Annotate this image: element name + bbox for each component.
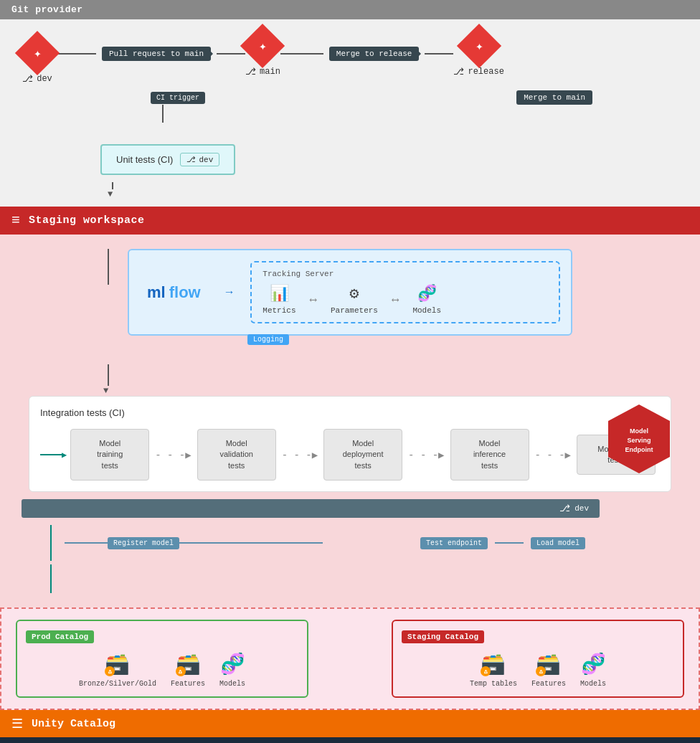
prod-models-item: 🧬 Models xyxy=(219,652,245,688)
model-serving-endpoint: Model Serving Endpoint xyxy=(607,403,671,475)
prod-features-item: 🗃️ Δ Features xyxy=(171,652,205,688)
git-provider-bar: Git provider xyxy=(0,0,700,19)
staging-workspace-header: ≡ Staging workspace xyxy=(0,207,700,235)
load-model-label: Load model xyxy=(531,537,585,549)
mlflow-logo: mlflow xyxy=(140,280,208,306)
dev-diamond: ✦ xyxy=(15,31,60,75)
main-branch-label: main xyxy=(260,67,280,77)
logging-badge: Logging xyxy=(247,334,289,345)
parameters-item: ⚙️ Parameters xyxy=(331,284,378,315)
svg-text:Model: Model xyxy=(630,427,648,435)
prod-catalog-title: Prod Catalog xyxy=(26,630,94,643)
models-item: 🧬 Models xyxy=(412,284,441,315)
integration-tests-box: Integration tests (CI) ▶ Modeltrainingte… xyxy=(29,396,671,492)
main-diamond: ✦ xyxy=(240,24,285,68)
test-endpoint-label: Test endpoint xyxy=(420,537,488,549)
staging-icon: ≡ xyxy=(11,212,20,229)
svg-text:Endpoint: Endpoint xyxy=(625,446,653,453)
pull-request-arrow: Pull request to main xyxy=(102,47,211,61)
unity-catalog-icon: ☰ xyxy=(11,716,23,732)
unit-tests-box: Unit tests (CI) ⎇ dev xyxy=(100,144,235,175)
staging-catalog-title: Staging Catalog xyxy=(402,630,484,643)
unit-tests-label: Unit tests (CI) xyxy=(116,154,173,165)
test-box-training: Modeltrainingtests xyxy=(70,429,149,481)
release-diamond: ✦ xyxy=(457,24,501,68)
git-provider-label: Git provider xyxy=(11,4,83,15)
arrow-2: - - -▶ xyxy=(282,449,318,461)
integration-tests-title: Integration tests (CI) xyxy=(40,407,660,418)
staging-workspace-label: Staging workspace xyxy=(29,214,145,227)
ci-trigger-label: CI trigger xyxy=(151,92,205,104)
arrow-1: - - -▶ xyxy=(155,449,191,461)
catalog-section: Prod Catalog 🗃️ Δ Bronze/Silver/Gold 🗃️ xyxy=(0,607,700,710)
staging-features-item: 🗃️ Δ Features xyxy=(531,652,566,688)
test-steps: Modeltrainingtests - - -▶ Modelvalidatio… xyxy=(70,429,656,481)
test-box-inference: Modelinferencetests xyxy=(450,429,529,481)
prod-catalog: Prod Catalog 🗃️ Δ Bronze/Silver/Gold 🗃️ xyxy=(16,620,308,698)
register-model-label: Register model xyxy=(108,537,179,549)
arrow-3: - - -▶ xyxy=(408,449,444,461)
staging-catalog: Staging Catalog 🗃️ Δ Temp tables 🗃️ xyxy=(392,620,684,698)
staging-content: Logging mlflow → Tracking Server xyxy=(0,235,700,607)
merge-to-release-arrow: Merge to release xyxy=(329,47,420,61)
test-box-deployment: Modeldeploymenttests xyxy=(323,429,402,481)
dev-branch-label: dev xyxy=(574,504,589,513)
lakehouse-bar: 〰️ Lakehouse xyxy=(0,737,700,743)
svg-text:Serving: Serving xyxy=(627,437,651,444)
unity-catalog-label: Unity Catalog xyxy=(32,718,115,730)
top-area: ✦ ⎇ dev Pull request to main ✦ xyxy=(0,19,700,207)
merge-to-main-label: Merge to main xyxy=(516,90,592,105)
tracking-server-box: Tracking Server 📊 Metrics ⟷ ⚙️ Parameter… xyxy=(250,261,560,323)
dev-branch-bar: ⎇ dev xyxy=(22,499,600,518)
tracking-server-title: Tracking Server xyxy=(262,270,548,278)
temp-tables-item: 🗃️ Δ Temp tables xyxy=(470,652,517,688)
arrow-4: - - -▶ xyxy=(535,449,571,461)
dev-branch-label: dev xyxy=(37,74,52,84)
staging-models-item: 🧬 Models xyxy=(580,652,606,688)
mlflow-section: Logging mlflow → Tracking Server xyxy=(128,249,572,336)
unit-tests-branch: dev xyxy=(199,156,213,164)
release-branch-label: release xyxy=(468,67,503,77)
unity-catalog-bar: ☰ Unity Catalog xyxy=(0,710,700,737)
metrics-item: 📊 Metrics xyxy=(262,284,295,315)
bronze-silver-gold-item: 🗃️ Δ Bronze/Silver/Gold xyxy=(79,652,156,688)
test-box-validation: Modelvalidationtests xyxy=(197,429,276,481)
main-wrapper: Git provider ✦ ⎇ dev Pull request to xyxy=(0,0,700,743)
